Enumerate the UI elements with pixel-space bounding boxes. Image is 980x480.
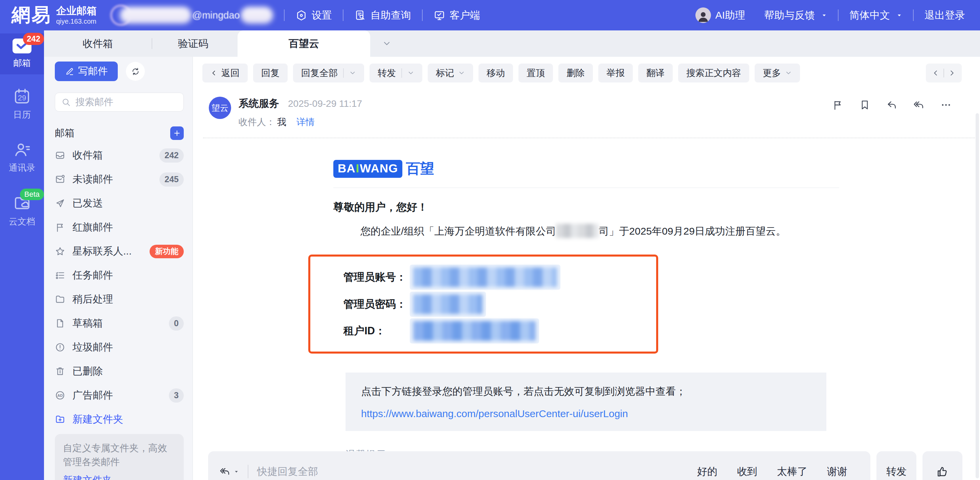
new-folder-action[interactable]: 新建文件夹 — [55, 407, 184, 431]
folder-junk[interactable]: 垃圾邮件 — [55, 335, 184, 359]
folder-deleted[interactable]: 已删除 — [55, 359, 184, 383]
forward-quick-button[interactable]: 转发 — [877, 451, 916, 480]
topnav-client[interactable]: 客户端 — [433, 8, 480, 22]
tab-list-chevron-icon[interactable] — [382, 39, 391, 48]
folder-label: 广告邮件 — [72, 388, 162, 402]
next-message-button[interactable] — [944, 65, 960, 81]
topnav-settings[interactable]: 设置 — [296, 8, 332, 22]
move-button[interactable]: 移动 — [479, 63, 513, 82]
rail-item-contacts[interactable]: 通讯录 — [0, 136, 44, 179]
credentials-box: 管理员账号： 管理员密码： 租户ID： — [308, 255, 658, 353]
folder-inbox[interactable]: 收件箱 242 — [55, 143, 184, 167]
prev-message-button[interactable] — [928, 65, 943, 81]
folder-starred-contacts[interactable]: 星标联系人... 新功能 — [55, 239, 184, 263]
reply-all-icon[interactable] — [220, 466, 231, 477]
folder-drafts[interactable]: 草稿箱 0 — [55, 311, 184, 335]
help-feedback-menu[interactable]: 帮助与反馈 — [764, 8, 827, 22]
folder-label: 任务邮件 — [72, 268, 184, 282]
ai-assistant-button[interactable]: AI助理 — [695, 8, 745, 23]
promo-new-folder-link[interactable]: 新建文件夹 — [63, 474, 176, 480]
rail-item-mail[interactable]: 242 邮箱 — [0, 33, 44, 74]
quick-reply-chip[interactable]: 太棒了 — [777, 465, 807, 478]
divider — [343, 10, 344, 21]
folder-plus-icon — [55, 414, 65, 425]
scrollbar[interactable] — [975, 113, 979, 478]
folder-unread[interactable]: 未读邮件 245 — [55, 167, 184, 191]
cloud-folder-icon: Beta — [13, 194, 31, 212]
mark-button[interactable]: 标记 — [428, 63, 473, 82]
logout-button[interactable]: 退出登录 — [924, 8, 965, 22]
beta-badge: Beta — [20, 189, 44, 200]
message-header: 望云 系统服务 2025-09-29 11:17 收件人： 我 详情 — [209, 97, 951, 128]
bookmark-icon[interactable] — [859, 99, 870, 111]
help-feedback-label: 帮助与反馈 — [764, 8, 815, 22]
tab-baiwangyun-active[interactable]: 百望云 — [237, 30, 370, 57]
folder-label: 草稿箱 — [72, 317, 162, 330]
add-folder-button[interactable] — [170, 127, 184, 140]
login-link[interactable]: https://www.baiwang.com/personalUserCent… — [361, 408, 811, 420]
reply-all-button[interactable]: 回复全部 — [293, 63, 364, 82]
delete-button[interactable]: 删除 — [558, 63, 593, 82]
to-label: 收件人： — [239, 116, 275, 128]
quick-reply-chip[interactable]: 好的 — [697, 465, 718, 478]
reply-icon[interactable] — [886, 99, 897, 111]
tenant-id-row: 租户ID： — [344, 318, 656, 344]
reply-button[interactable]: 回复 — [253, 63, 288, 82]
chevron-down-icon[interactable] — [349, 70, 356, 76]
brand-wordmark: 網易 — [11, 2, 51, 28]
like-button[interactable] — [923, 451, 963, 480]
tab-verification-label: 验证码 — [178, 37, 208, 51]
folder-ads[interactable]: 广告邮件 3 — [55, 383, 184, 407]
quick-reply-input[interactable]: 快捷回复全部 好的 收到 太棒了 谢谢 — [208, 451, 870, 480]
topnav-self-service-label: 自助查询 — [371, 8, 411, 22]
ai-assistant-label: AI助理 — [715, 8, 745, 22]
search-icon — [61, 97, 71, 107]
tab-inbox[interactable]: 收件箱 — [44, 30, 151, 57]
logo-i: I — [356, 162, 360, 175]
mail-search-box[interactable] — [55, 93, 184, 112]
compose-button[interactable]: 写邮件 — [55, 62, 118, 81]
pin-button[interactable]: 置顶 — [519, 63, 553, 82]
search-body-button[interactable]: 搜索正文内容 — [678, 63, 749, 82]
quick-reply-chip[interactable]: 谢谢 — [827, 465, 847, 478]
send-icon — [55, 198, 65, 209]
divider — [913, 10, 914, 21]
exclamation-circle-icon — [55, 342, 65, 353]
draft-icon — [55, 318, 65, 329]
more-button[interactable]: 更多 — [755, 63, 800, 82]
chevron-down-icon[interactable] — [407, 70, 414, 76]
rail-item-calendar[interactable]: 29 日历 — [0, 82, 44, 126]
report-button[interactable]: 举报 — [598, 63, 633, 82]
caret-down-icon — [821, 13, 827, 18]
topnav-self-service[interactable]: 自助查询 — [354, 8, 411, 22]
quick-reply-chip[interactable]: 收到 — [737, 465, 757, 478]
unread-mail-icon — [55, 174, 65, 185]
folder-count-badge: 242 — [159, 148, 184, 163]
logo-ba: BA — [338, 162, 356, 175]
chevron-down-icon — [458, 70, 465, 76]
ellipsis-icon[interactable] — [940, 99, 951, 111]
folder-deal-later[interactable]: 稍后处理 — [55, 287, 184, 311]
tab-verification-code[interactable]: 验证码 — [152, 30, 234, 57]
divider — [343, 68, 344, 78]
account-pill[interactable]: @mingdao — [110, 5, 273, 26]
sender-name: 系统服务 — [239, 97, 279, 111]
details-link[interactable]: 详情 — [296, 116, 315, 128]
caret-down-icon[interactable] — [234, 469, 239, 474]
forward-button[interactable]: 转发 — [369, 63, 422, 82]
language-menu[interactable]: 简体中文 — [850, 8, 902, 22]
folder-count-badge: 245 — [159, 173, 184, 187]
folder-flagged[interactable]: 红旗邮件 — [55, 215, 184, 239]
refresh-button[interactable] — [126, 62, 145, 81]
folder-sent[interactable]: 已发送 — [55, 191, 184, 215]
rail-item-cloud-docs[interactable]: Beta 云文档 — [0, 189, 44, 233]
search-input[interactable] — [75, 96, 177, 108]
flag-icon[interactable] — [832, 99, 843, 111]
message-view: 返回 回复 回复全部 转发 标记 移动 置顶 删除 举报 翻译 搜索正文内容 — [193, 57, 980, 480]
folder-task-mail[interactable]: 任务邮件 — [55, 263, 184, 287]
custom-folder-promo: 自定义专属文件夹，高效管理各类邮件 新建文件夹 — [55, 434, 184, 480]
reply-all-icon[interactable] — [913, 99, 924, 111]
back-button[interactable]: 返回 — [202, 63, 248, 82]
delete-label: 删除 — [566, 67, 585, 79]
translate-button[interactable]: 翻译 — [638, 63, 673, 82]
